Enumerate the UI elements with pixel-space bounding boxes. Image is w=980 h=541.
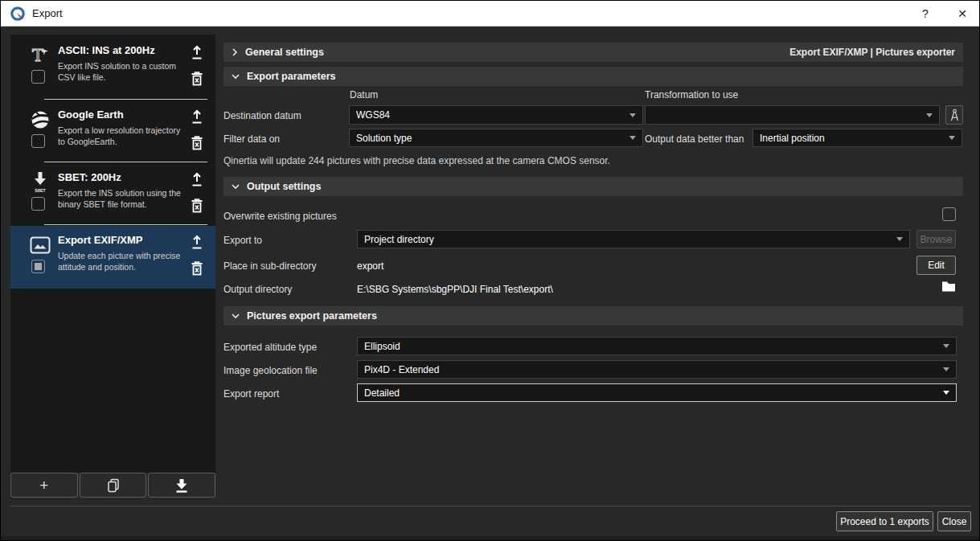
delete-exporter-icon[interactable] [189,197,205,215]
add-exporter-button[interactable]: + [10,473,78,498]
export-report-select[interactable]: Detailed [357,383,957,402]
exporter-title: SBET: 200Hz [58,171,187,183]
filter-data-on-label: Filter data on [223,133,280,145]
export-now-icon[interactable] [189,44,205,62]
chevron-down-icon [943,367,949,371]
list-separator [44,99,207,100]
section-general-settings[interactable]: General settings Export EXIF/XMP | Pictu… [223,43,963,62]
exporter-item-google-earth[interactable]: Google Earth Export a low resolution tra… [10,100,215,163]
exporter-title: Google Earth [58,109,187,121]
exporter-description: Export INS solution to a custom CSV like… [58,60,187,83]
exporter-checkbox[interactable] [31,260,45,273]
section-pictures-export-parameters[interactable]: Pictures export parameters [223,306,963,326]
chevron-down-icon [896,237,903,241]
overwrite-pictures-checkbox[interactable] [942,207,956,221]
exporter-toolbar: + [10,473,215,499]
filter-data-on-select[interactable]: Solution type [349,129,643,147]
section-title: Export parameters [247,71,335,82]
chevron-down-icon [232,73,240,80]
destination-datum-value: WGS84 [356,109,390,121]
transformation-select[interactable] [645,105,940,125]
import-exporter-button[interactable] [148,473,215,498]
exporter-checkbox[interactable] [31,70,45,84]
picture-icon [28,233,52,257]
browse-button[interactable]: Browse [916,230,956,248]
chevron-down-icon [943,344,949,348]
export-to-value: Project directory [364,234,434,245]
chevron-down-icon [629,113,636,117]
chevron-down-icon [949,136,955,140]
delete-exporter-icon[interactable] [189,260,205,277]
exporter-title: Export EXIF/XMP [58,234,187,246]
open-folder-button[interactable] [941,281,956,296]
svg-text:SBET: SBET [35,188,45,193]
exporter-checkbox[interactable] [31,197,45,211]
section-output-settings[interactable]: Output settings [223,177,963,196]
chevron-down-icon [943,391,949,395]
footer-separator [10,506,971,506]
export-report-value: Detailed [364,387,400,399]
close-window-button[interactable]: ✕ [944,1,980,27]
export-to-select[interactable]: Project directory [357,230,910,248]
section-export-parameters[interactable]: Export parameters [223,67,963,86]
output-data-better-than-select[interactable]: Inertial position [752,129,962,147]
section-title: General settings [245,47,324,58]
section-title: Output settings [247,181,321,192]
exporter-description: Update each picture with precise attitud… [58,250,187,273]
list-separator [44,224,207,225]
help-button[interactable]: ? [907,1,944,27]
context-label: Export EXIF/XMP | Pictures exporter [789,47,955,58]
qinertia-logo-icon [10,6,26,22]
duplicate-exporter-button[interactable] [80,473,147,498]
proceed-button[interactable]: Proceed to 1 exports [836,511,933,531]
chevron-right-icon [232,48,238,56]
output-data-better-than-value: Inertial position [760,133,825,144]
delete-exporter-icon[interactable] [189,134,205,152]
sbet-download-icon: SBET [28,170,52,195]
output-directory-label: Output directory [223,284,292,295]
close-button[interactable]: Close [937,511,971,531]
google-earth-icon [28,108,52,132]
output-data-better-than-label: Output data better than [645,133,744,145]
exporter-list: T ASCII: INS at 200Hz Export INS solutio… [10,35,215,473]
exporter-description: Export the INS solution using the binary… [58,187,187,210]
image-geolocation-file-label: Image geolocation file [223,365,318,376]
exporter-item-exif-xmp[interactable]: Export EXIF/XMP Update each picture with… [10,226,215,289]
chevron-down-icon [232,183,240,190]
export-now-icon[interactable] [189,171,205,189]
filter-data-on-value: Solution type [356,133,412,144]
delete-exporter-icon[interactable] [189,70,205,88]
download-icon [174,478,189,493]
subdirectory-value: export [357,260,383,272]
compass-icon [949,109,960,122]
chevron-down-icon [926,113,933,117]
svg-text:T: T [32,46,43,65]
titlebar: Export ? ✕ [1,1,980,27]
window-title: Export [32,7,63,19]
image-geolocation-file-value: Pix4D - Extended [364,364,439,375]
text-export-icon: T [28,43,52,68]
output-directory-value: E:\SBG Systems\sbgPP\DJI Final Test\expo… [357,284,553,295]
exporter-item-sbet[interactable]: SBET SBET: 200Hz Export the INS solution… [10,163,215,226]
export-now-icon[interactable] [189,234,205,252]
duplicate-icon [107,478,120,493]
update-info-text: Qinertia will update 244 pictures with p… [223,155,610,166]
destination-datum-select[interactable]: WGS84 [349,105,643,125]
edit-subdirectory-button[interactable]: Edit [916,256,956,275]
exported-altitude-type-label: Exported altitude type [223,342,317,353]
list-separator [44,162,207,162]
export-now-icon[interactable] [189,109,205,126]
exporter-description: Export a low resolution trajectory to Go… [58,125,187,147]
datum-column-header: Datum [350,89,378,100]
overwrite-pictures-label: Overwrite existing pictures [223,211,337,222]
chevron-down-icon [232,313,240,319]
destination-datum-label: Destination datum [223,110,301,121]
datum-transformation-tool-button[interactable] [945,105,963,125]
export-to-label: Export to [223,235,262,246]
exporter-item-ascii[interactable]: T ASCII: INS at 200Hz Export INS solutio… [10,36,215,99]
image-geolocation-file-select[interactable]: Pix4D - Extended [357,360,957,379]
exported-altitude-type-select[interactable]: Ellipsoid [357,337,957,355]
exporter-title: ASCII: INS at 200Hz [58,44,187,56]
exporter-checkbox[interactable] [31,134,45,148]
subdirectory-label: Place in sub-directory [223,260,316,272]
